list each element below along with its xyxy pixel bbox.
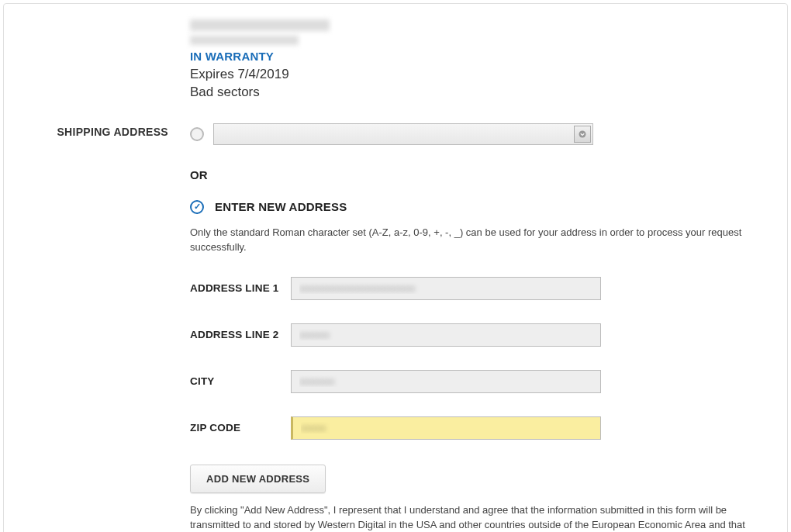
svg-point-0 bbox=[579, 130, 586, 137]
zip-row: ZIP CODE bbox=[190, 416, 756, 440]
saved-address-dropdown[interactable] bbox=[213, 123, 593, 145]
product-row: IN WARRANTY Expires 7/4/2019 Bad sectors bbox=[35, 19, 756, 123]
legal-text: By clicking "Add New Address", I represe… bbox=[190, 503, 756, 532]
city-row: CITY bbox=[190, 370, 756, 393]
form-container: IN WARRANTY Expires 7/4/2019 Bad sectors… bbox=[3, 3, 788, 532]
add-new-address-button[interactable]: ADD NEW ADDRESS bbox=[190, 465, 326, 493]
enter-new-label: ENTER NEW ADDRESS bbox=[215, 200, 347, 213]
address-line-2-row: ADDRESS LINE 2 bbox=[190, 323, 756, 347]
warranty-expires: Expires 7/4/2019 bbox=[190, 66, 756, 84]
saved-address-radio[interactable] bbox=[190, 127, 204, 141]
shipping-label: SHIPPING ADDRESS bbox=[57, 126, 168, 138]
product-redacted bbox=[190, 19, 756, 45]
enter-new-radio[interactable] bbox=[190, 200, 204, 214]
warranty-status: IN WARRANTY bbox=[190, 50, 756, 63]
zip-input[interactable] bbox=[291, 416, 601, 440]
warranty-reason: Bad sectors bbox=[190, 84, 756, 102]
enter-new-option: ENTER NEW ADDRESS bbox=[190, 200, 756, 214]
or-separator: OR bbox=[190, 168, 756, 181]
address-helper-text: Only the standard Roman character set (A… bbox=[190, 225, 756, 255]
address-line-1-row: ADDRESS LINE 1 bbox=[190, 277, 756, 300]
saved-address-option bbox=[190, 123, 756, 145]
dropdown-arrow-icon[interactable] bbox=[574, 126, 591, 143]
city-label: CITY bbox=[190, 375, 291, 387]
city-input[interactable] bbox=[291, 370, 601, 393]
zip-label: ZIP CODE bbox=[190, 422, 291, 434]
address-line-2-input[interactable] bbox=[291, 323, 601, 347]
address-line-1-label: ADDRESS LINE 1 bbox=[190, 282, 291, 294]
shipping-row: SHIPPING ADDRESS OR ENTER NEW ADDRESS On… bbox=[35, 123, 756, 532]
address-line-1-input[interactable] bbox=[291, 277, 601, 300]
address-line-2-label: ADDRESS LINE 2 bbox=[190, 329, 291, 340]
